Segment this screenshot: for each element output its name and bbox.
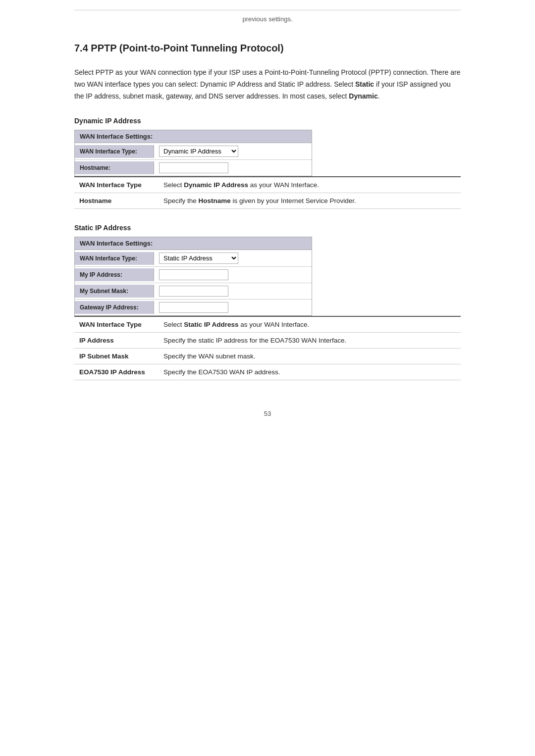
static-myip-label: My IP Address: [75, 268, 154, 281]
dynamic-subsection-title: Dynamic IP Address [74, 117, 461, 125]
static-type-label: WAN Interface Type [74, 316, 159, 333]
static-wan-box: WAN Interface Settings: WAN Interface Ty… [74, 237, 312, 316]
static-eoa-label: EOA7530 IP Address [74, 364, 159, 380]
dynamic-hostname-label: Hostname: [75, 161, 154, 174]
dynamic-wan-box: WAN Interface Settings: WAN Interface Ty… [74, 130, 312, 176]
dynamic-ip-section: Dynamic IP Address WAN Interface Setting… [74, 117, 461, 209]
table-row: Hostname Specify the Hostname is given b… [74, 193, 461, 209]
dynamic-wan-box-header: WAN Interface Settings: [75, 130, 312, 143]
static-wan-type-row: WAN Interface Type: Static IP Address Dy… [75, 250, 312, 267]
section-title: 7.4 PPTP (Point-to-Point Tunneling Proto… [74, 43, 461, 57]
static-ip-desc: Specify the static IP address for the EO… [159, 333, 461, 349]
table-row: EOA7530 IP Address Specify the EOA7530 W… [74, 364, 461, 380]
static-subnet-row: My Subnet Mask: [75, 283, 312, 300]
previous-settings-text: previous settings. [74, 10, 461, 23]
static-subnet-desc: Specify the WAN subnet mask. [159, 349, 461, 364]
intro-paragraph: Select PPTP as your WAN connection type … [74, 67, 461, 102]
dynamic-hostname-value[interactable] [154, 160, 312, 176]
page-number: 53 [74, 410, 461, 417]
static-subnet-desc-label: IP Subnet Mask [74, 349, 159, 364]
table-row: IP Address Specify the static IP address… [74, 333, 461, 349]
static-myip-row: My IP Address: [75, 267, 312, 283]
dynamic-wan-type-label: WAN Interface Type: [75, 145, 154, 158]
static-type-desc: Select Static IP Address as your WAN Int… [159, 316, 461, 333]
dynamic-hostname-row: Hostname: [75, 160, 312, 176]
static-ip-label: IP Address [74, 333, 159, 349]
dynamic-desc-table: WAN Interface Type Select Dynamic IP Add… [74, 176, 461, 209]
static-subsection-title: Static IP Address [74, 224, 461, 232]
dynamic-wan-type-row: WAN Interface Type: Dynamic IP Address S… [75, 143, 312, 160]
dynamic-type-label: WAN Interface Type [74, 177, 159, 193]
dynamic-wan-type-value[interactable]: Dynamic IP Address Static IP Address [154, 143, 312, 159]
static-wan-type-select[interactable]: Static IP Address Dynamic IP Address [159, 252, 238, 264]
static-eoa-desc: Specify the EOA7530 WAN IP address. [159, 364, 461, 380]
dynamic-type-desc: Select Dynamic IP Address as your WAN In… [159, 177, 461, 193]
table-row: WAN Interface Type Select Dynamic IP Add… [74, 177, 461, 193]
static-myip-value[interactable] [154, 267, 312, 283]
static-wan-box-header: WAN Interface Settings: [75, 237, 312, 250]
table-row: IP Subnet Mask Specify the WAN subnet ma… [74, 349, 461, 364]
dynamic-hostname-desc-label: Hostname [74, 193, 159, 209]
dynamic-hostname-desc: Specify the Hostname is given by your In… [159, 193, 461, 209]
static-gateway-row: Gateway IP Address: [75, 300, 312, 315]
static-desc-table: WAN Interface Type Select Static IP Addr… [74, 316, 461, 380]
static-gateway-value[interactable] [154, 300, 312, 315]
static-subnet-input[interactable] [159, 286, 228, 297]
static-subnet-label: My Subnet Mask: [75, 285, 154, 298]
dynamic-wan-type-select[interactable]: Dynamic IP Address Static IP Address [159, 146, 238, 157]
static-gateway-label: Gateway IP Address: [75, 301, 154, 314]
dynamic-hostname-input[interactable] [159, 162, 228, 173]
table-row: WAN Interface Type Select Static IP Addr… [74, 316, 461, 333]
static-wan-type-label: WAN Interface Type: [75, 252, 154, 265]
static-gateway-input[interactable] [159, 302, 228, 313]
static-myip-input[interactable] [159, 269, 228, 280]
static-wan-type-value[interactable]: Static IP Address Dynamic IP Address [154, 250, 312, 266]
static-ip-section: Static IP Address WAN Interface Settings… [74, 224, 461, 380]
static-subnet-value[interactable] [154, 283, 312, 299]
